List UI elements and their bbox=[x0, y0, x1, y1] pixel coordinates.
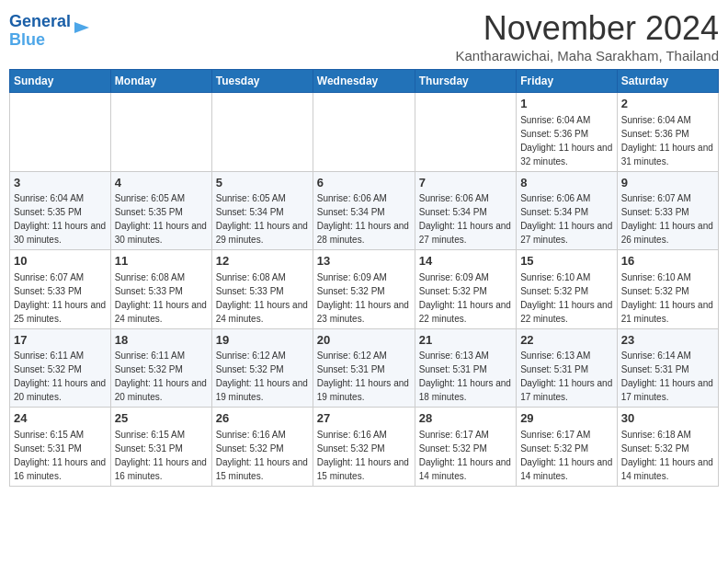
day-info: Sunrise: 6:06 AMSunset: 5:34 PMDaylight:… bbox=[317, 193, 409, 245]
day-info: Sunrise: 6:17 AMSunset: 5:32 PMDaylight:… bbox=[419, 430, 511, 481]
calendar-week-row: 17Sunrise: 6:11 AMSunset: 5:32 PMDayligh… bbox=[10, 328, 719, 408]
calendar-cell: 1Sunrise: 6:04 AMSunset: 5:36 PMDaylight… bbox=[517, 93, 618, 172]
calendar-table: SundayMondayTuesdayWednesdayThursdayFrid… bbox=[9, 69, 719, 487]
day-info: Sunrise: 6:10 AMSunset: 5:32 PMDaylight:… bbox=[621, 272, 713, 324]
calendar-cell: 7Sunrise: 6:06 AMSunset: 5:34 PMDaylight… bbox=[415, 171, 516, 250]
day-number: 29 bbox=[520, 410, 613, 427]
calendar-cell: 15Sunrise: 6:10 AMSunset: 5:32 PMDayligh… bbox=[517, 250, 618, 329]
calendar-cell: 2Sunrise: 6:04 AMSunset: 5:36 PMDaylight… bbox=[617, 93, 718, 172]
day-info: Sunrise: 6:05 AMSunset: 5:35 PMDaylight:… bbox=[115, 193, 207, 245]
calendar-cell: 22Sunrise: 6:13 AMSunset: 5:31 PMDayligh… bbox=[517, 328, 618, 408]
logo: General Blue bbox=[9, 13, 91, 50]
day-info: Sunrise: 6:09 AMSunset: 5:32 PMDaylight:… bbox=[419, 272, 511, 324]
day-info: Sunrise: 6:08 AMSunset: 5:33 PMDaylight:… bbox=[115, 272, 207, 324]
day-number: 8 bbox=[520, 175, 613, 191]
calendar-week-row: 3Sunrise: 6:04 AMSunset: 5:35 PMDaylight… bbox=[10, 171, 719, 250]
day-info: Sunrise: 6:04 AMSunset: 5:36 PMDaylight:… bbox=[520, 115, 612, 167]
calendar-cell: 13Sunrise: 6:09 AMSunset: 5:32 PMDayligh… bbox=[313, 250, 415, 329]
day-number: 5 bbox=[216, 175, 309, 191]
day-info: Sunrise: 6:06 AMSunset: 5:34 PMDaylight:… bbox=[419, 193, 511, 245]
calendar-cell: 28Sunrise: 6:17 AMSunset: 5:32 PMDayligh… bbox=[415, 408, 516, 487]
day-number: 6 bbox=[317, 175, 411, 191]
calendar-cell: 5Sunrise: 6:05 AMSunset: 5:34 PMDaylight… bbox=[211, 171, 313, 250]
col-header-friday: Friday bbox=[517, 70, 618, 93]
calendar-week-row: 24Sunrise: 6:15 AMSunset: 5:31 PMDayligh… bbox=[10, 408, 719, 487]
day-number: 27 bbox=[317, 410, 411, 427]
day-number: 19 bbox=[216, 332, 309, 349]
calendar-cell: 27Sunrise: 6:16 AMSunset: 5:32 PMDayligh… bbox=[313, 408, 415, 487]
day-number: 17 bbox=[14, 332, 107, 349]
logo-arrow-icon bbox=[73, 18, 91, 37]
day-number: 28 bbox=[419, 410, 512, 427]
calendar-cell: 19Sunrise: 6:12 AMSunset: 5:32 PMDayligh… bbox=[211, 328, 313, 408]
calendar-cell bbox=[415, 93, 516, 172]
calendar-cell: 25Sunrise: 6:15 AMSunset: 5:31 PMDayligh… bbox=[110, 408, 211, 487]
day-info: Sunrise: 6:10 AMSunset: 5:32 PMDaylight:… bbox=[520, 272, 612, 324]
calendar-cell: 14Sunrise: 6:09 AMSunset: 5:32 PMDayligh… bbox=[415, 250, 516, 329]
day-info: Sunrise: 6:18 AMSunset: 5:32 PMDaylight:… bbox=[621, 430, 713, 481]
calendar-week-row: 1Sunrise: 6:04 AMSunset: 5:36 PMDaylight… bbox=[10, 93, 719, 172]
calendar-cell: 17Sunrise: 6:11 AMSunset: 5:32 PMDayligh… bbox=[10, 328, 111, 408]
day-info: Sunrise: 6:16 AMSunset: 5:32 PMDaylight:… bbox=[216, 430, 308, 481]
calendar-cell bbox=[10, 93, 111, 172]
calendar-cell: 30Sunrise: 6:18 AMSunset: 5:32 PMDayligh… bbox=[617, 408, 718, 487]
calendar-cell: 10Sunrise: 6:07 AMSunset: 5:33 PMDayligh… bbox=[10, 250, 111, 329]
calendar-cell: 29Sunrise: 6:17 AMSunset: 5:32 PMDayligh… bbox=[517, 408, 618, 487]
calendar-cell: 8Sunrise: 6:06 AMSunset: 5:34 PMDaylight… bbox=[517, 171, 618, 250]
day-info: Sunrise: 6:13 AMSunset: 5:31 PMDaylight:… bbox=[520, 350, 612, 402]
calendar-cell: 24Sunrise: 6:15 AMSunset: 5:31 PMDayligh… bbox=[10, 408, 111, 487]
month-title: November 2024 bbox=[455, 9, 719, 48]
day-info: Sunrise: 6:09 AMSunset: 5:32 PMDaylight:… bbox=[317, 272, 409, 324]
day-number: 7 bbox=[419, 175, 512, 191]
col-header-tuesday: Tuesday bbox=[211, 70, 313, 93]
day-info: Sunrise: 6:14 AMSunset: 5:31 PMDaylight:… bbox=[621, 350, 713, 402]
title-block: November 2024 Kantharawichai, Maha Sarak… bbox=[455, 9, 719, 63]
calendar-cell: 18Sunrise: 6:11 AMSunset: 5:32 PMDayligh… bbox=[110, 328, 211, 408]
day-number: 30 bbox=[621, 410, 714, 427]
col-header-wednesday: Wednesday bbox=[313, 70, 415, 93]
calendar-cell: 3Sunrise: 6:04 AMSunset: 5:35 PMDaylight… bbox=[10, 171, 111, 250]
calendar-cell: 4Sunrise: 6:05 AMSunset: 5:35 PMDaylight… bbox=[110, 171, 211, 250]
location-text: Kantharawichai, Maha Sarakham, Thailand bbox=[455, 48, 719, 63]
day-info: Sunrise: 6:07 AMSunset: 5:33 PMDaylight:… bbox=[621, 193, 713, 245]
col-header-thursday: Thursday bbox=[415, 70, 516, 93]
day-number: 26 bbox=[216, 410, 309, 427]
day-number: 15 bbox=[520, 253, 613, 270]
calendar-cell: 23Sunrise: 6:14 AMSunset: 5:31 PMDayligh… bbox=[617, 328, 718, 408]
col-header-saturday: Saturday bbox=[617, 70, 718, 93]
day-number: 21 bbox=[419, 332, 512, 349]
col-header-monday: Monday bbox=[110, 70, 211, 93]
logo-text: General Blue bbox=[9, 13, 71, 50]
calendar-week-row: 10Sunrise: 6:07 AMSunset: 5:33 PMDayligh… bbox=[10, 250, 719, 329]
day-number: 2 bbox=[621, 96, 714, 112]
day-info: Sunrise: 6:13 AMSunset: 5:31 PMDaylight:… bbox=[419, 350, 511, 402]
day-info: Sunrise: 6:17 AMSunset: 5:32 PMDaylight:… bbox=[520, 430, 612, 481]
day-number: 9 bbox=[621, 175, 714, 191]
page-header: General Blue November 2024 Kantharawicha… bbox=[9, 9, 719, 63]
day-info: Sunrise: 6:05 AMSunset: 5:34 PMDaylight:… bbox=[216, 193, 308, 245]
day-number: 23 bbox=[621, 332, 714, 349]
calendar-cell: 6Sunrise: 6:06 AMSunset: 5:34 PMDaylight… bbox=[313, 171, 415, 250]
day-info: Sunrise: 6:15 AMSunset: 5:31 PMDaylight:… bbox=[14, 430, 106, 481]
calendar-header-row: SundayMondayTuesdayWednesdayThursdayFrid… bbox=[10, 70, 719, 93]
day-number: 4 bbox=[115, 175, 208, 191]
day-info: Sunrise: 6:08 AMSunset: 5:33 PMDaylight:… bbox=[216, 272, 308, 324]
day-number: 10 bbox=[14, 253, 107, 270]
calendar-cell bbox=[110, 93, 211, 172]
calendar-cell: 21Sunrise: 6:13 AMSunset: 5:31 PMDayligh… bbox=[415, 328, 516, 408]
day-number: 22 bbox=[520, 332, 613, 349]
day-info: Sunrise: 6:16 AMSunset: 5:32 PMDaylight:… bbox=[317, 430, 409, 481]
day-number: 11 bbox=[115, 253, 208, 270]
col-header-sunday: Sunday bbox=[10, 70, 111, 93]
calendar-cell: 16Sunrise: 6:10 AMSunset: 5:32 PMDayligh… bbox=[617, 250, 718, 329]
day-number: 24 bbox=[14, 410, 107, 427]
day-info: Sunrise: 6:07 AMSunset: 5:33 PMDaylight:… bbox=[14, 272, 106, 324]
day-number: 14 bbox=[419, 253, 512, 270]
day-number: 3 bbox=[14, 175, 107, 191]
svg-marker-0 bbox=[74, 22, 89, 33]
day-info: Sunrise: 6:04 AMSunset: 5:35 PMDaylight:… bbox=[14, 193, 106, 245]
day-number: 25 bbox=[115, 410, 208, 427]
day-number: 20 bbox=[317, 332, 411, 349]
calendar-cell bbox=[211, 93, 313, 172]
day-info: Sunrise: 6:04 AMSunset: 5:36 PMDaylight:… bbox=[621, 115, 713, 167]
